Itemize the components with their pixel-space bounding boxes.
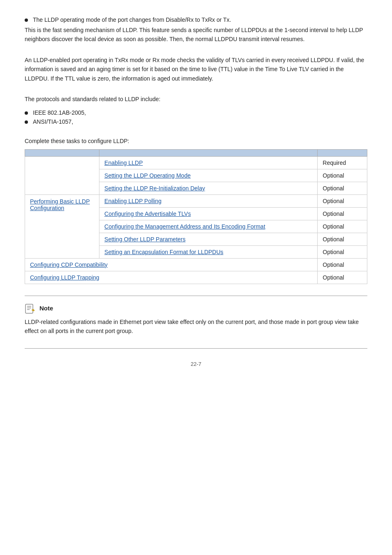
table-cell-task-link[interactable]: Setting an Encapsulation Format for LLDP…: [99, 245, 318, 258]
table-cell-status: Optional: [318, 220, 367, 233]
note-text: LLDP-related configurations made in Ethe…: [25, 317, 367, 336]
bullet-dot-1: [25, 18, 28, 22]
table-cell-task-link[interactable]: Enabling LLDP Polling: [99, 194, 318, 207]
bullet-text-2: IEEE 802.1AB-2005,: [33, 109, 86, 116]
table-cell-status: Optional: [318, 194, 367, 207]
note-header: Note: [25, 303, 367, 314]
note-title: Note: [39, 305, 53, 312]
page-number: 22-7: [25, 361, 367, 367]
table-header-row: [25, 149, 367, 156]
bullet-item-1: The LLDP operating mode of the port chan…: [25, 16, 367, 23]
table-cell-task-link[interactable]: Configuring the Advertisable TLVs: [99, 207, 318, 220]
table-cell-task-link[interactable]: Setting Other LLDP Parameters: [99, 233, 318, 245]
bullet-item-2: IEEE 802.1AB-2005,: [25, 109, 367, 116]
bullet-text-1: The LLDP operating mode of the port chan…: [33, 16, 231, 23]
table-cell-task-link[interactable]: Setting the LLDP Re-Initialization Delay: [99, 182, 318, 194]
col2-header: [99, 149, 318, 156]
col3-header: [318, 149, 367, 156]
table-cell-status: Optional: [318, 182, 367, 194]
note-box: Note LLDP-related configurations made in…: [25, 296, 367, 349]
table-cell-span[interactable]: Configuring CDP Compatibility: [25, 258, 318, 271]
table-cell-performing-basic[interactable]: Performing Basic LLDP Configuration: [25, 194, 99, 258]
paragraph-3: The protocols and standards related to L…: [25, 95, 367, 104]
note-icon: [25, 303, 36, 314]
table-row: Performing Basic LLDP ConfigurationEnabl…: [25, 194, 367, 207]
paragraph-1: This is the fast sending mechanism of LL…: [25, 25, 367, 44]
table-cell-span[interactable]: Configuring LLDP Trapping: [25, 271, 318, 284]
table-cell-status: Optional: [318, 233, 367, 245]
table-cell-task-link[interactable]: Setting the LLDP Operating Mode: [99, 169, 318, 182]
bullet-dot-3: [25, 120, 28, 124]
table-intro: Complete these tasks to configure LLDP:: [25, 136, 367, 146]
col1-header: [25, 149, 99, 156]
table-row: Configuring CDP CompatibilityOptional: [25, 258, 367, 271]
bullet-item-3: ANSI/TIA-1057,: [25, 118, 367, 125]
table-cell-status: Optional: [318, 207, 367, 220]
paragraph-2: An LLDP-enabled port operating in TxRx m…: [25, 56, 367, 83]
table-cell-task-link[interactable]: Configuring the Management Address and I…: [99, 220, 318, 233]
table-cell-status: Optional: [318, 271, 367, 284]
table-row: Enabling LLDPRequired: [25, 156, 367, 169]
bullet-text-3: ANSI/TIA-1057,: [33, 118, 73, 125]
table-cell-status: Optional: [318, 245, 367, 258]
bullet-dot-2: [25, 111, 28, 115]
table-row: Configuring LLDP TrappingOptional: [25, 271, 367, 284]
table-cell-status: Optional: [318, 258, 367, 271]
svg-rect-0: [25, 304, 33, 313]
table-cell-status: Optional: [318, 169, 367, 182]
table-cell-task-link[interactable]: Enabling LLDP: [99, 156, 318, 169]
table-cell-status: Required: [318, 156, 367, 169]
config-table: Enabling LLDPRequiredSetting the LLDP Op…: [25, 149, 367, 284]
table-cell-col1-empty: [25, 156, 99, 194]
